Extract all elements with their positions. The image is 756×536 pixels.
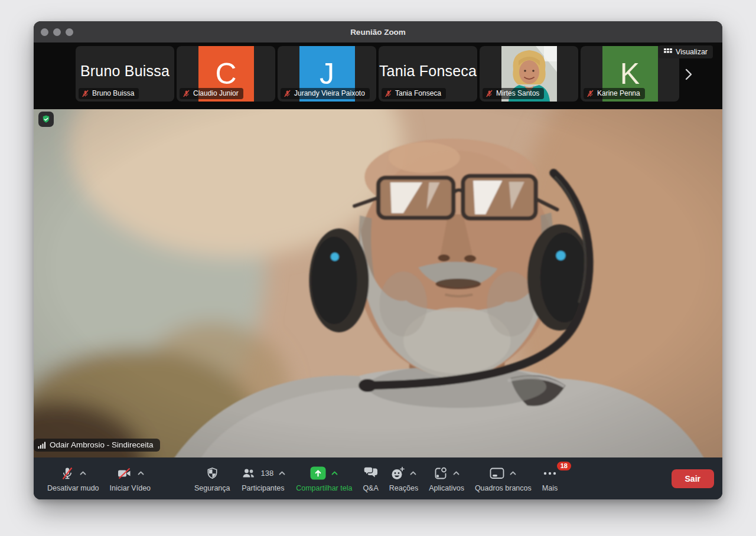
participant-tile[interactable]: C Claudio Junior xyxy=(177,46,275,102)
more-label: Mais xyxy=(542,484,558,492)
chat-bubbles-icon xyxy=(363,466,379,480)
chevron-up-icon[interactable] xyxy=(331,471,338,475)
apps-label: Aplicativos xyxy=(429,484,464,492)
titlebar: Reunião Zoom xyxy=(34,21,722,43)
pill-name-text: Karine Penna xyxy=(597,89,640,97)
participant-tile[interactable]: Mirtes Santos xyxy=(480,46,578,102)
unmute-button[interactable]: Desativar mudo xyxy=(42,463,105,495)
share-screen-button[interactable]: Compartilhar tela xyxy=(291,463,357,495)
more-notification-badge: 18 xyxy=(557,462,571,470)
mic-muted-icon xyxy=(586,90,594,97)
meeting-toolbar: Desativar mudo Iniciar Vídeo xyxy=(34,457,722,499)
pill-name-text: Bruno Buissa xyxy=(92,89,134,97)
participant-name-pill: Mirtes Santos xyxy=(483,88,544,99)
mic-muted-icon xyxy=(284,90,291,97)
avatar-initial: K xyxy=(620,57,640,91)
pill-name-text: Mirtes Santos xyxy=(496,89,539,97)
chevron-up-icon[interactable] xyxy=(510,471,516,475)
pill-name-text: Jurandy Vieira Paixoto xyxy=(294,89,365,97)
avatar-initial: J xyxy=(320,57,334,91)
avatar-initial: C xyxy=(215,57,236,91)
whiteboards-label: Quadros brancos xyxy=(475,484,532,492)
participant-name-pill: Claudio Junior xyxy=(180,88,243,99)
main-speaker-video: Odair Ambrosio - Sindireceita xyxy=(34,109,722,457)
participant-tile[interactable]: Bruno Buissa Bruno Buissa xyxy=(76,46,174,102)
zoom-window-button[interactable] xyxy=(66,28,73,36)
participants-icon xyxy=(241,467,256,480)
participant-name-pill: Jurandy Vieira Paixoto xyxy=(281,88,370,99)
shield-check-icon xyxy=(41,114,51,125)
qa-button[interactable]: Q&A xyxy=(357,463,383,495)
filmstrip-scroll-right-button[interactable] xyxy=(681,67,696,82)
unmute-label: Desativar mudo xyxy=(47,484,99,492)
ellipsis-icon xyxy=(543,471,557,476)
participant-display-name: Bruno Buissa xyxy=(80,63,170,80)
start-video-label: Iniciar Vídeo xyxy=(110,484,151,492)
active-speaker-name: Odair Ambrosio - Sindireceita xyxy=(50,440,154,449)
security-label: Segurança xyxy=(194,484,230,492)
participant-tile[interactable]: Tania Fonseca Tania Fonseca xyxy=(379,46,477,102)
minimize-window-button[interactable] xyxy=(53,28,61,36)
reactions-button[interactable]: Reações xyxy=(384,463,423,495)
pill-name-text: Tania Fonseca xyxy=(395,89,441,97)
gallery-view-icon xyxy=(664,48,672,55)
chevron-up-icon[interactable] xyxy=(279,471,285,475)
filmstrip-tiles: Bruno Buissa Bruno Buissa C xyxy=(76,46,679,102)
chevron-right-icon xyxy=(685,68,693,80)
speaker-video-frame xyxy=(34,109,722,457)
participants-label: Participantes xyxy=(242,484,284,492)
mic-muted-icon xyxy=(82,90,89,97)
view-layout-label: Visualizar xyxy=(676,48,708,56)
chevron-up-icon[interactable] xyxy=(80,471,86,475)
shield-icon xyxy=(206,466,219,481)
zoom-meeting-window: Reunião Zoom Bruno Buissa Bruno Bu xyxy=(34,21,722,499)
close-window-button[interactable] xyxy=(41,28,48,36)
apps-icon xyxy=(434,466,448,481)
audio-level-bars-icon xyxy=(38,441,46,449)
apps-button[interactable]: Aplicativos xyxy=(423,463,470,495)
chevron-up-icon[interactable] xyxy=(138,471,144,475)
camera-muted-icon xyxy=(116,466,132,481)
view-layout-button[interactable]: Visualizar xyxy=(659,45,713,58)
whiteboards-button[interactable]: Quadros brancos xyxy=(470,463,537,495)
smiley-plus-icon xyxy=(390,466,405,481)
participants-filmstrip: Bruno Buissa Bruno Buissa C xyxy=(34,43,722,109)
participants-button[interactable]: 138 Participantes xyxy=(236,463,291,495)
window-title: Reunião Zoom xyxy=(34,28,722,37)
participants-count: 138 xyxy=(261,469,274,478)
share-screen-icon xyxy=(310,466,326,480)
whiteboard-icon xyxy=(490,467,504,480)
security-button[interactable]: Segurança xyxy=(189,463,235,495)
active-speaker-name-tag: Odair Ambrosio - Sindireceita xyxy=(34,439,160,452)
start-video-button[interactable]: Iniciar Vídeo xyxy=(105,463,156,495)
share-screen-label: Compartilhar tela xyxy=(296,484,352,492)
mic-muted-icon xyxy=(485,90,493,97)
chevron-up-icon[interactable] xyxy=(410,471,416,475)
mic-muted-icon xyxy=(183,90,190,97)
reactions-label: Reações xyxy=(389,484,418,492)
participant-name-pill: Tania Fonseca xyxy=(382,88,446,99)
participant-name-pill: Karine Penna xyxy=(584,88,645,99)
participant-display-name: Tania Fonseca xyxy=(379,63,477,80)
qa-label: Q&A xyxy=(363,484,378,492)
mic-muted-icon xyxy=(60,466,74,481)
meeting-security-badge[interactable] xyxy=(38,112,54,127)
traffic-lights xyxy=(41,28,73,36)
pill-name-text: Claudio Junior xyxy=(193,89,239,97)
more-button[interactable]: 18 Mais xyxy=(537,463,563,495)
chevron-up-icon[interactable] xyxy=(453,471,460,475)
leave-meeting-button[interactable]: Sair xyxy=(672,469,714,488)
mic-muted-icon xyxy=(384,90,392,97)
participant-name-pill: Bruno Buissa xyxy=(79,88,139,99)
participant-tile[interactable]: J Jurandy Vieira Paixoto xyxy=(278,46,376,102)
